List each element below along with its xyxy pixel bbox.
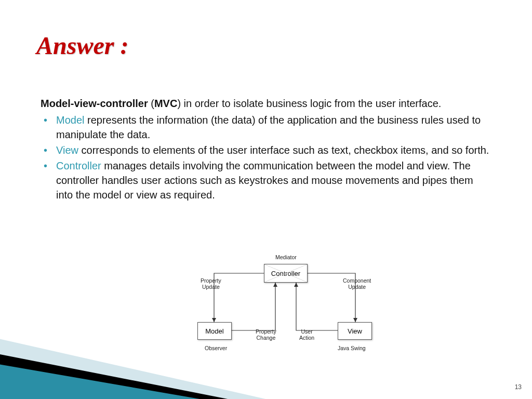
bullet-list: Model represents the information (the da… xyxy=(41,113,491,202)
intro-bold2: MVC xyxy=(154,98,177,109)
slide-title: Answer : xyxy=(36,31,128,60)
bullet-model: Model represents the information (the da… xyxy=(56,113,491,142)
term-view: View xyxy=(56,144,78,156)
intro-rest: ) in order to isolate business logic fro… xyxy=(177,98,441,109)
text-view: corresponds to elements of the user inte… xyxy=(78,144,489,156)
svg-marker-2 xyxy=(273,283,277,287)
bullet-view: View corresponds to elements of the user… xyxy=(56,143,491,157)
label-prop-update: PropertyUpdate xyxy=(201,278,221,290)
bullet-controller: Controller manages details involving the… xyxy=(56,158,491,202)
svg-marker-5 xyxy=(0,352,281,399)
svg-marker-6 xyxy=(0,363,260,399)
label-user-action: UserAction xyxy=(299,329,314,341)
box-model: Model xyxy=(197,322,232,340)
label-prop-change: PropertyChange xyxy=(256,329,276,341)
text-model: represents the information (the data) of… xyxy=(56,114,481,140)
slide-body: Model-view-controller (MVC) in order to … xyxy=(41,96,491,203)
label-comp-update: ComponentUpdate xyxy=(343,278,371,290)
label-observer: Observer xyxy=(205,345,227,352)
term-model: Model xyxy=(56,114,84,126)
mvc-diagram: Controller Model View Mediator PropertyU… xyxy=(182,255,390,358)
intro-bold1: Model-view-controller xyxy=(41,98,148,109)
intro-mid: ( xyxy=(148,98,154,109)
box-view: View xyxy=(338,322,372,340)
label-java-swing: Java Swing xyxy=(338,345,366,352)
term-controller: Controller xyxy=(56,160,101,171)
page-number: 13 xyxy=(515,383,522,391)
svg-marker-0 xyxy=(212,318,216,322)
intro-paragraph: Model-view-controller (MVC) in order to … xyxy=(41,96,491,111)
svg-marker-3 xyxy=(294,283,298,287)
label-mediator: Mediator xyxy=(275,255,297,261)
text-controller: manages details involving the communicat… xyxy=(56,160,473,201)
box-controller: Controller xyxy=(264,264,308,283)
svg-marker-1 xyxy=(353,318,357,322)
